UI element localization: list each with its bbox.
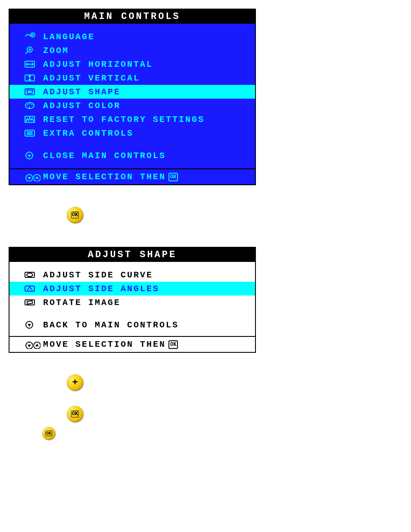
nav-arrows-icon: [24, 173, 43, 181]
menu-item-back[interactable]: BACK TO MAIN CONTROLS: [9, 318, 255, 332]
menu-item-label: ADJUST HORIZONTAL: [43, 59, 153, 69]
adjust-shape-footer: MOVE SELECTION THEN OK: [9, 336, 255, 352]
menu-item-adjust-vertical[interactable]: ADJUST VERTICAL: [9, 71, 255, 85]
menu-item-label: LANGUAGE: [43, 32, 95, 42]
side-curve-icon: [24, 270, 43, 280]
menu-item-label: ZOOM: [43, 46, 69, 56]
spacer: [9, 140, 255, 149]
footer-text: MOVE SELECTION THEN: [43, 172, 166, 182]
adjust-horizontal-icon: [24, 59, 43, 69]
side-angles-icon: [24, 283, 43, 294]
menu-item-close[interactable]: CLOSE MAIN CONTROLS: [9, 149, 255, 162]
spacer: [9, 162, 255, 167]
spacer: [9, 332, 255, 334]
menu-item-label: EXTRA CONTROLS: [43, 128, 134, 138]
adjust-shape-icon: [24, 87, 43, 97]
main-controls-title: MAIN CONTROLS: [9, 9, 255, 24]
nav-arrows-icon: [24, 340, 43, 349]
menu-item-label: ADJUST COLOR: [43, 101, 121, 111]
down-arrow-icon: [24, 320, 43, 330]
down-arrow-icon: [24, 150, 43, 161]
menu-item-label: BACK TO MAIN CONTROLS: [43, 320, 179, 330]
menu-item-language[interactable]: LANGUAGE: [9, 30, 255, 44]
menu-item-rotate-image[interactable]: ROTATE IMAGE: [9, 296, 255, 309]
ok-indicator-icon: OK: [168, 340, 178, 349]
main-controls-footer: MOVE SELECTION THEN OK: [9, 168, 255, 184]
rotate-image-icon: [24, 297, 43, 308]
main-controls-body: LANGUAGE ZOOM ADJUST HORIZONTAL ADJUST V…: [9, 24, 255, 168]
menu-item-label: ROTATE IMAGE: [43, 298, 121, 308]
adjust-shape-body: ADJUST SIDE CURVE ADJUST SIDE ANGLES ROT…: [9, 262, 255, 336]
menu-item-adjust-color[interactable]: ADJUST COLOR: [9, 99, 255, 112]
plus-button[interactable]: +: [67, 374, 83, 391]
extra-controls-icon: [24, 128, 43, 138]
main-controls-panel: MAIN CONTROLS LANGUAGE ZOOM ADJUST HORIZ…: [9, 9, 256, 185]
ok-button[interactable]: OK: [42, 427, 55, 440]
menu-item-label: CLOSE MAIN CONTROLS: [43, 151, 166, 161]
adjust-color-icon: [24, 100, 43, 111]
menu-item-label: ADJUST SIDE CURVE: [43, 270, 153, 280]
adjust-shape-title: ADJUST SHAPE: [9, 248, 255, 262]
menu-item-side-angles[interactable]: ADJUST SIDE ANGLES: [9, 282, 255, 296]
spacer: [9, 309, 255, 318]
adjust-shape-panel: ADJUST SHAPE ADJUST SIDE CURVE ADJUST SI…: [9, 247, 256, 353]
ok-button[interactable]: OK: [67, 406, 83, 422]
menu-item-label: RESET TO FACTORY SETTINGS: [43, 115, 205, 124]
adjust-vertical-icon: [24, 73, 43, 83]
menu-item-label: ADJUST SHAPE: [43, 87, 121, 97]
menu-item-adjust-shape[interactable]: ADJUST SHAPE: [9, 85, 255, 99]
footer-text: MOVE SELECTION THEN: [43, 339, 166, 349]
menu-item-reset-factory[interactable]: RESET TO FACTORY SETTINGS: [9, 112, 255, 126]
menu-item-adjust-horizontal[interactable]: ADJUST HORIZONTAL: [9, 57, 255, 71]
ok-indicator-icon: OK: [168, 173, 178, 181]
menu-item-label: ADJUST VERTICAL: [43, 73, 140, 83]
menu-item-zoom[interactable]: ZOOM: [9, 44, 255, 57]
zoom-icon: [24, 45, 43, 56]
reset-factory-icon: [24, 114, 43, 124]
menu-item-side-curve[interactable]: ADJUST SIDE CURVE: [9, 268, 255, 282]
menu-item-label: ADJUST SIDE ANGLES: [43, 284, 159, 294]
language-icon: [24, 31, 43, 42]
menu-item-extra-controls[interactable]: EXTRA CONTROLS: [9, 126, 255, 140]
ok-button[interactable]: OK: [67, 207, 83, 223]
